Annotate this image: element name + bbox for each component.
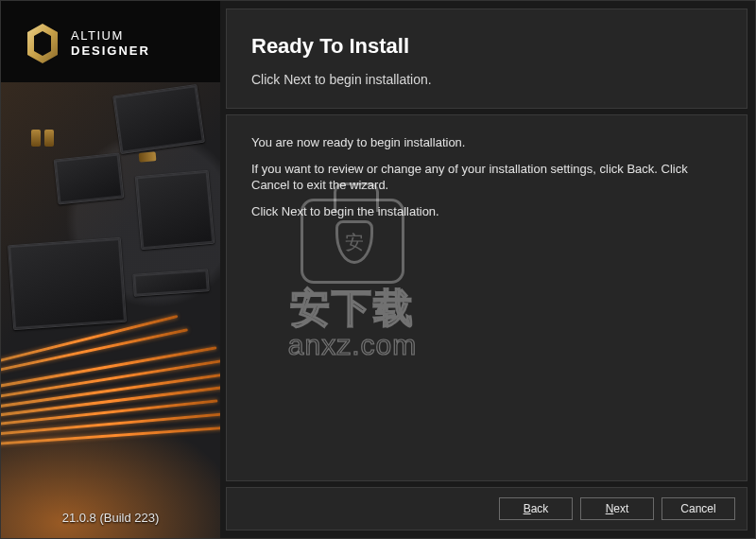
body-panel: You are now ready to begin installation.… xyxy=(226,114,747,481)
body-text-1: You are now ready to begin installation. xyxy=(251,134,722,151)
back-button[interactable]: Back xyxy=(499,497,573,520)
main-content: Ready To Install Click Next to begin ins… xyxy=(220,1,755,538)
brand-line2: DESIGNER xyxy=(71,43,150,58)
next-label: ext xyxy=(613,502,628,515)
altium-logo-icon xyxy=(24,22,61,65)
footer-panel: Back Next Cancel xyxy=(226,487,747,530)
brand-text: ALTIUM DESIGNER xyxy=(71,28,150,60)
brand-logo: ALTIUM DESIGNER xyxy=(1,1,220,82)
sidebar-artwork: 21.0.8 (Build 223) xyxy=(1,82,220,538)
version-label: 21.0.8 (Build 223) xyxy=(1,511,220,525)
header-panel: Ready To Install Click Next to begin ins… xyxy=(226,9,747,109)
back-label: ack xyxy=(531,502,549,515)
installer-window: ALTIUM DESIGNER 21.0.8 (Build 223) xyxy=(0,0,756,539)
cancel-button[interactable]: Cancel xyxy=(662,497,735,520)
page-subtitle: Click Next to begin installation. xyxy=(251,72,722,87)
body-text-2: If you want to review or change any of y… xyxy=(251,161,722,194)
page-title: Ready To Install xyxy=(251,34,722,59)
body-text-3: Click Next to begin the installation. xyxy=(251,203,722,220)
next-button[interactable]: Next xyxy=(580,497,654,520)
sidebar: ALTIUM DESIGNER 21.0.8 (Build 223) xyxy=(1,1,220,538)
brand-line1: ALTIUM xyxy=(71,28,150,43)
